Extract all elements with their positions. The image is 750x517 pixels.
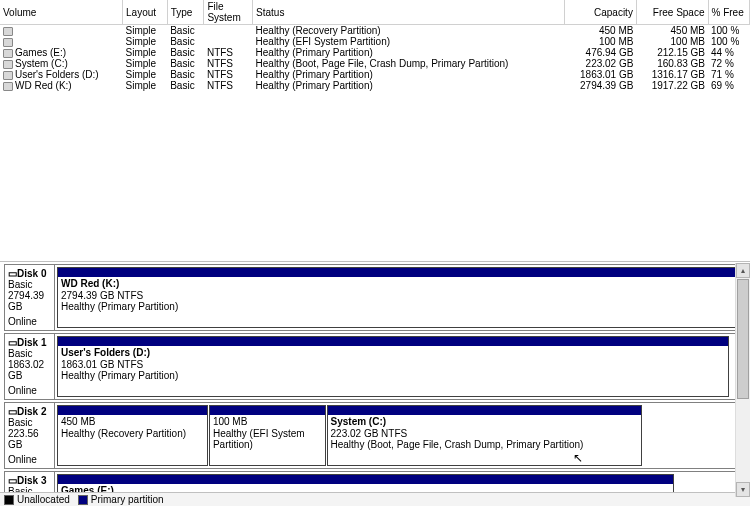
table-row[interactable]: SimpleBasicHealthy (EFI System Partition… <box>0 36 750 47</box>
partition-status: Healthy (Recovery Partition) <box>61 428 204 440</box>
partition-text: 450 MBHealthy (Recovery Partition) <box>58 415 207 440</box>
disk-body: WD Red (K:)2794.39 GB NTFSHealthy (Prima… <box>55 265 745 330</box>
table-row[interactable]: WD Red (K:)SimpleBasicNTFSHealthy (Prima… <box>0 80 750 91</box>
partition-status: Healthy (Primary Partition) <box>61 301 739 313</box>
column-header[interactable]: Free Space <box>636 0 708 25</box>
cell: Simple <box>123 58 168 69</box>
partition-color-bar <box>58 337 728 346</box>
partition-color-bar <box>58 475 673 484</box>
cell: 100 MB <box>636 36 708 47</box>
table-row[interactable]: User's Folders (D:)SimpleBasicNTFSHealth… <box>0 69 750 80</box>
partition-size: 450 MB <box>61 416 204 428</box>
cell: 450 MB <box>636 25 708 37</box>
cell: Basic <box>167 80 204 91</box>
cell: Basic <box>167 36 204 47</box>
scroll-up-button[interactable]: ▴ <box>736 263 750 278</box>
disk-info: Basic <box>8 417 51 428</box>
cell: NTFS <box>204 47 253 58</box>
partition-name: System (C:) <box>331 416 639 428</box>
volume-icon <box>3 27 13 36</box>
cell: 160.83 GB <box>636 58 708 69</box>
column-header[interactable]: Capacity <box>565 0 637 25</box>
volume-icon <box>3 60 13 69</box>
cell: 72 % <box>708 58 750 69</box>
disk-title: ▭Disk 3 <box>8 475 51 486</box>
cell: 1863.01 GB <box>565 69 637 80</box>
cell: Basic <box>167 47 204 58</box>
cell: NTFS <box>204 69 253 80</box>
table-row[interactable]: Games (E:)SimpleBasicNTFSHealthy (Primar… <box>0 47 750 58</box>
partition-size: 2794.39 GB NTFS <box>61 290 739 302</box>
partition[interactable]: 100 MBHealthy (EFI System Partition) <box>209 405 326 466</box>
column-header[interactable]: Volume <box>0 0 123 25</box>
disk-title: ▭Disk 1 <box>8 337 51 348</box>
legend-bar: Unallocated Primary partition <box>0 492 750 506</box>
volume-list-pane[interactable]: VolumeLayoutTypeFile SystemStatusCapacit… <box>0 0 750 262</box>
cell: Healthy (Primary Partition) <box>253 47 565 58</box>
partition-status: Healthy (EFI System Partition) <box>213 428 322 451</box>
cell: Healthy (Boot, Page File, Crash Dump, Pr… <box>253 58 565 69</box>
partition-color-bar <box>58 406 207 415</box>
cell <box>204 36 253 47</box>
cell: 69 % <box>708 80 750 91</box>
disk-info: Online <box>8 454 51 465</box>
volume-icon <box>3 82 13 91</box>
cell: Simple <box>123 36 168 47</box>
vertical-scrollbar[interactable]: ▴ ▾ <box>735 263 750 497</box>
partition[interactable]: 450 MBHealthy (Recovery Partition) <box>57 405 208 466</box>
partition-text: WD Red (K:)2794.39 GB NTFSHealthy (Prima… <box>58 277 742 314</box>
cell: 450 MB <box>565 25 637 37</box>
volume-icon <box>3 38 13 47</box>
cell: Basic <box>167 58 204 69</box>
cell: 476.94 GB <box>565 47 637 58</box>
cell: 100 % <box>708 36 750 47</box>
column-header[interactable]: Layout <box>123 0 168 25</box>
volume-table: VolumeLayoutTypeFile SystemStatusCapacit… <box>0 0 750 91</box>
scroll-thumb[interactable] <box>737 279 749 399</box>
partition-name: WD Red (K:) <box>61 278 739 290</box>
disk-header: ▭Disk 0Basic2794.39 GBOnline <box>5 265 55 330</box>
cell: NTFS <box>204 58 253 69</box>
partition[interactable]: System (C:)223.02 GB NTFSHealthy (Boot, … <box>327 405 643 466</box>
cell <box>204 25 253 37</box>
legend-unallocated: Unallocated <box>4 494 70 505</box>
cell: Healthy (Primary Partition) <box>253 80 565 91</box>
volume-name: WD Red (K:) <box>15 80 72 91</box>
disk-icon: ▭ <box>8 268 17 279</box>
column-header[interactable]: Status <box>253 0 565 25</box>
disk-header: ▭Disk 2Basic223.56 GBOnline <box>5 403 55 468</box>
column-header[interactable]: % Free <box>708 0 750 25</box>
column-header[interactable]: Type <box>167 0 204 25</box>
partition[interactable]: User's Folders (D:)1863.01 GB NTFSHealth… <box>57 336 729 397</box>
partition-size: 100 MB <box>213 416 322 428</box>
partition-status: Healthy (Boot, Page File, Crash Dump, Pr… <box>331 439 639 451</box>
disk-body: User's Folders (D:)1863.01 GB NTFSHealth… <box>55 334 745 399</box>
disk-info: Online <box>8 385 51 396</box>
partition-text: 100 MBHealthy (EFI System Partition) <box>210 415 325 452</box>
disk-info: 2794.39 GB <box>8 290 51 312</box>
table-row[interactable]: System (C:)SimpleBasicNTFSHealthy (Boot,… <box>0 58 750 69</box>
cell: 1316.17 GB <box>636 69 708 80</box>
scroll-down-button[interactable]: ▾ <box>736 482 750 497</box>
disk-icon: ▭ <box>8 475 17 486</box>
table-row[interactable]: SimpleBasicHealthy (Recovery Partition)4… <box>0 25 750 37</box>
disk-graphical-pane[interactable]: ▭Disk 0Basic2794.39 GBOnlineWD Red (K:)2… <box>0 262 750 506</box>
cell: 100 MB <box>565 36 637 47</box>
disk-title: ▭Disk 0 <box>8 268 51 279</box>
column-header[interactable]: File System <box>204 0 253 25</box>
disk-title: ▭Disk 2 <box>8 406 51 417</box>
volume-name: System (C:) <box>15 58 68 69</box>
cell: Simple <box>123 80 168 91</box>
partition-text: User's Folders (D:)1863.01 GB NTFSHealth… <box>58 346 728 383</box>
disk-row[interactable]: ▭Disk 2Basic223.56 GBOnline450 MBHealthy… <box>4 402 746 469</box>
partition[interactable]: WD Red (K:)2794.39 GB NTFSHealthy (Prima… <box>57 267 743 328</box>
cell: 100 % <box>708 25 750 37</box>
disk-row[interactable]: ▭Disk 0Basic2794.39 GBOnlineWD Red (K:)2… <box>4 264 746 331</box>
cell: 44 % <box>708 47 750 58</box>
disk-info: 1863.02 GB <box>8 359 51 381</box>
partition-size: 223.02 GB NTFS <box>331 428 639 440</box>
cell: Simple <box>123 47 168 58</box>
disk-row[interactable]: ▭Disk 1Basic1863.02 GBOnlineUser's Folde… <box>4 333 746 400</box>
legend-primary-partition: Primary partition <box>78 494 164 505</box>
disk-header: ▭Disk 1Basic1863.02 GBOnline <box>5 334 55 399</box>
